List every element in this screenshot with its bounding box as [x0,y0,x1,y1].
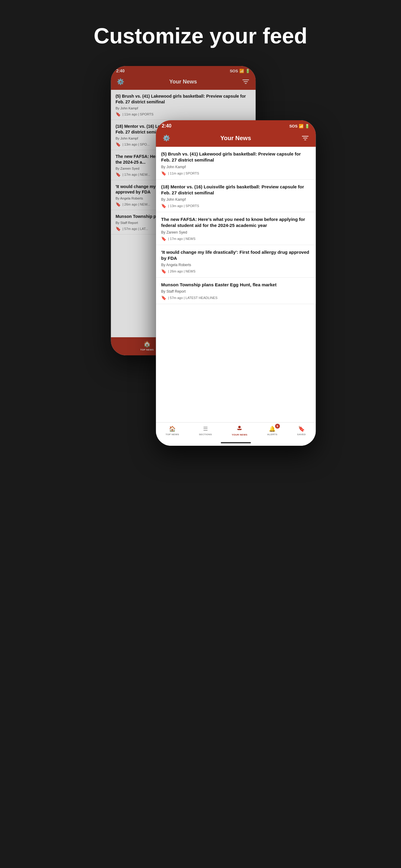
news-meta: 🔖 | 57m ago | LATEST HEADLINES [161,296,310,300]
nav-label-your-news: YOUR NEWS [232,433,248,436]
nav-item-your-news[interactable]: YOUR NEWS [232,425,248,436]
alert-badge: 9 [275,424,280,429]
phone-front: 2:40 SOS 📶 🔋 ⚙️ Your News [156,120,316,446]
meta-time: | 57m ago | LATEST HEADLINES [168,296,218,300]
bookmark-icon[interactable]: 🔖 [161,171,166,176]
nav-label-alerts: ALERTS [267,433,278,436]
news-meta: 🔖 | 13m ago | SPORTS [161,204,310,208]
list-item[interactable]: The new FAFSA: Here's what you need to k… [156,212,316,245]
home-icon: 🏠 [169,426,176,432]
nav-item-alerts[interactable]: 🔔 9 ALERTS [267,426,278,436]
news-meta: 🔖 | 11m ago | SPORTS [161,171,310,176]
list-item[interactable]: Munson Township plans Easter Egg Hunt, f… [156,278,316,304]
home-indicator [156,440,316,446]
news-title: (5) Brush vs. (41) Lakewood girls basket… [161,151,310,163]
nav-item-saved[interactable]: 🔖 SAVED [297,426,306,436]
news-list-front: (5) Brush vs. (41) Lakewood girls basket… [156,147,316,422]
news-author: By John Kampf [116,106,251,110]
bookmark-icon[interactable]: 🔖 [116,202,121,207]
news-author: By John Kampf [161,197,310,202]
status-time-back: 2:40 [116,68,124,73]
app-header-back: ⚙️ Your News [111,75,256,90]
news-title: (18) Mentor vs. (16) Louisville girls ba… [161,184,310,196]
list-item[interactable]: (5) Brush vs. (41) Lakewood girls basket… [156,147,316,180]
bookmark-icon[interactable]: 🔖 [161,236,166,241]
news-meta: 🔖 | 26m ago | NEWS [161,269,310,274]
news-meta: 🔖 | 11m ago | SPORTS [116,112,251,117]
your-news-icon [236,425,242,433]
list-item[interactable]: 'It would change my life drastically': F… [156,245,316,278]
meta-time: | 11m ago | SPORTS [122,113,153,116]
svg-rect-7 [237,429,242,430]
meta-time: | 17m ago | NEWS [168,237,196,241]
news-title: Munson Township plans Easter Egg Hunt, f… [161,282,310,288]
list-item[interactable]: (5) Brush vs. (41) Lakewood girls basket… [111,90,256,120]
nav-item-top-news[interactable]: 🏠 TOP NEWS [140,340,154,351]
filter-icon-back[interactable] [241,77,250,86]
svg-rect-8 [238,430,241,430]
saved-icon: 🔖 [298,426,305,432]
bookmark-icon[interactable]: 🔖 [161,204,166,208]
header-title-front: Your News [220,135,251,142]
meta-time: | 13m ago | SPO... [122,143,150,146]
news-author: By Staff Report [161,289,310,293]
status-icons-back: SOS 📶 🔋 [230,69,250,73]
phone-front-screen: 2:40 SOS 📶 🔋 ⚙️ Your News [156,120,316,446]
news-author: By Zareen Syed [161,230,310,235]
nav-label-top-news: TOP NEWS [166,433,179,436]
svg-point-6 [238,426,241,428]
sections-icon: ☰ [203,426,208,432]
meta-time: | 26m ago | NEW... [122,203,150,206]
home-bar [221,442,251,443]
list-item[interactable]: (18) Mentor vs. (16) Louisville girls ba… [156,180,316,213]
home-icon: 🏠 [143,340,151,347]
nav-item-sections[interactable]: ☰ SECTIONS [199,426,212,436]
nav-label-sections: SECTIONS [199,433,212,436]
bottom-nav-front: 🏠 TOP NEWS ☰ SECTIONS YOUR NEW [156,422,316,440]
nav-label-saved: SAVED [297,433,306,436]
gear-icon-front[interactable]: ⚙️ [162,133,171,143]
news-author: By John Kampf [161,165,310,169]
meta-time: | 11m ago | SPORTS [168,172,199,175]
bookmark-icon[interactable]: 🔖 [116,112,121,117]
meta-time: | 17m ago | NEW... [122,173,150,176]
meta-time: | 26m ago | NEWS [168,270,196,273]
news-title: 'It would change my life drastically': F… [161,249,310,261]
header-title-back: Your News [169,79,197,85]
gear-icon-back[interactable]: ⚙️ [116,77,125,86]
status-time-front: 2:40 [162,123,171,129]
app-header-front: ⚙️ Your News [156,130,316,147]
status-bar-front: 2:40 SOS 📶 🔋 [156,120,316,130]
status-icons-front: SOS 📶 🔋 [289,124,310,128]
meta-time: | 57m ago | LAT... [122,227,148,230]
alerts-icon: 🔔 [269,426,276,432]
page-title: Customize your feed [0,0,401,66]
nav-item-top-news[interactable]: 🏠 TOP NEWS [166,426,179,436]
news-title: The new FAFSA: Here's what you need to k… [161,216,310,229]
meta-time: | 13m ago | SPORTS [168,204,199,208]
filter-icon-front[interactable] [300,133,310,143]
news-meta: 🔖 | 17m ago | NEWS [161,236,310,241]
news-title: (5) Brush vs. (41) Lakewood girls basket… [116,93,251,105]
status-bar-back: 2:40 SOS 📶 🔋 [111,66,256,75]
phones-area: 2:40 SOS 📶 🔋 ⚙️ Your News [0,66,401,813]
bookmark-icon[interactable]: 🔖 [116,142,121,147]
bookmark-icon[interactable]: 🔖 [116,226,121,231]
nav-label-top-news: TOP NEWS [140,348,154,351]
bookmark-icon[interactable]: 🔖 [161,269,166,274]
news-author: By Angela Roberts [161,263,310,267]
bookmark-icon[interactable]: 🔖 [161,296,166,300]
bookmark-icon[interactable]: 🔖 [116,172,121,177]
